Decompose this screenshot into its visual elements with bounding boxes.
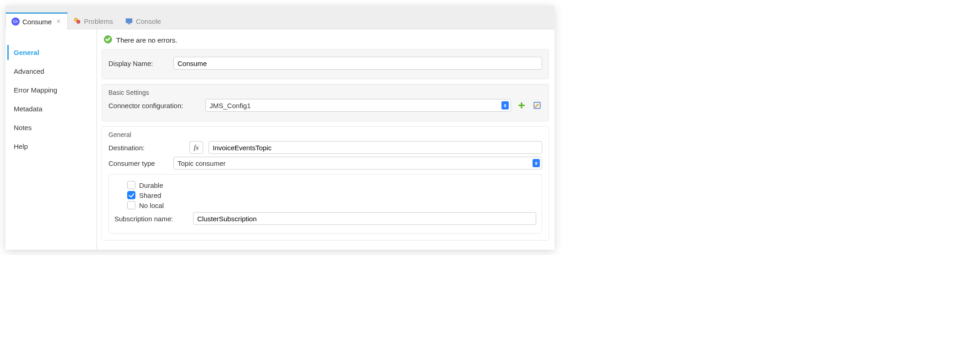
- console-icon: [125, 17, 133, 25]
- consumer-options-box: Durable Shared No local Subscription nam…: [108, 174, 542, 234]
- sidebar: General Advanced Error Mapping Metadata …: [5, 29, 97, 250]
- destination-input[interactable]: [209, 141, 542, 154]
- durable-label: Durable: [139, 181, 163, 189]
- subscription-name-input[interactable]: [193, 212, 536, 225]
- svg-rect-5: [128, 23, 130, 24]
- edit-config-button[interactable]: [532, 100, 542, 110]
- general-section: General Destination: fx Consumer type To…: [102, 126, 549, 241]
- connector-config-select[interactable]: JMS_Config1: [205, 99, 511, 112]
- tab-problems[interactable]: Problems: [68, 13, 119, 29]
- sidebar-item-label: Help: [14, 142, 28, 150]
- tab-consume[interactable]: Consume ×: [5, 12, 68, 29]
- main-panel: There are no errors. Display Name: Basic…: [97, 29, 555, 250]
- status-row: There are no errors.: [102, 32, 549, 49]
- consumer-type-label: Consumer type: [108, 159, 168, 167]
- problems-icon: [73, 17, 81, 25]
- display-name-label: Display Name:: [108, 60, 168, 67]
- basic-settings-section: Basic Settings Connector configuration: …: [102, 84, 549, 121]
- chevron-updown-icon: [533, 159, 540, 167]
- editor-window: Consume × Problems Console General Advan…: [5, 5, 555, 250]
- svg-point-3: [76, 20, 80, 24]
- sidebar-item-label: Error Mapping: [14, 86, 57, 94]
- sidebar-item-help[interactable]: Help: [7, 139, 97, 154]
- shared-checkbox[interactable]: [127, 191, 135, 199]
- sidebar-item-advanced[interactable]: Advanced: [7, 64, 97, 79]
- sidebar-item-metadata[interactable]: Metadata: [7, 101, 97, 116]
- add-config-button[interactable]: [517, 100, 527, 110]
- nolocal-label: No local: [139, 202, 164, 209]
- nolocal-checkbox[interactable]: [127, 201, 135, 209]
- tab-label: Console: [136, 17, 161, 25]
- fx-button[interactable]: fx: [189, 141, 203, 154]
- svg-rect-8: [518, 105, 525, 106]
- shared-row: Shared: [127, 191, 536, 199]
- sidebar-item-notes[interactable]: Notes: [7, 120, 97, 135]
- select-value: Topic consumer: [178, 159, 226, 167]
- sidebar-item-label: General: [14, 49, 39, 56]
- durable-row: Durable: [127, 181, 536, 189]
- status-text: There are no errors.: [116, 36, 177, 44]
- section-title: General: [108, 131, 542, 138]
- tab-bar: Consume × Problems Console: [5, 5, 555, 29]
- svg-rect-4: [126, 19, 132, 23]
- sidebar-item-label: Advanced: [14, 67, 44, 75]
- display-name-section: Display Name:: [102, 49, 549, 79]
- svg-point-1: [17, 21, 18, 22]
- sidebar-item-general[interactable]: General: [7, 45, 97, 60]
- svg-rect-0: [14, 21, 17, 22]
- sidebar-item-label: Metadata: [14, 105, 43, 113]
- close-icon[interactable]: ×: [56, 17, 60, 26]
- durable-checkbox[interactable]: [127, 181, 135, 189]
- subscription-name-label: Subscription name:: [114, 215, 188, 223]
- ok-icon: [103, 35, 113, 45]
- section-title: Basic Settings: [108, 89, 542, 96]
- consume-icon: [11, 17, 20, 26]
- chevron-updown-icon: [501, 101, 509, 109]
- tab-console[interactable]: Console: [119, 13, 167, 29]
- nolocal-row: No local: [127, 201, 536, 209]
- consumer-type-select[interactable]: Topic consumer: [173, 157, 542, 170]
- shared-label: Shared: [139, 191, 161, 199]
- select-value: JMS_Config1: [210, 102, 251, 109]
- sidebar-item-error-mapping[interactable]: Error Mapping: [7, 82, 97, 98]
- tab-label: Problems: [84, 17, 113, 25]
- destination-label: Destination:: [108, 144, 184, 152]
- connector-config-label: Connector configuration:: [108, 102, 200, 109]
- sidebar-item-label: Notes: [14, 124, 32, 131]
- fx-icon: fx: [194, 144, 199, 152]
- tab-label: Consume: [22, 18, 52, 26]
- display-name-input[interactable]: [173, 57, 542, 70]
